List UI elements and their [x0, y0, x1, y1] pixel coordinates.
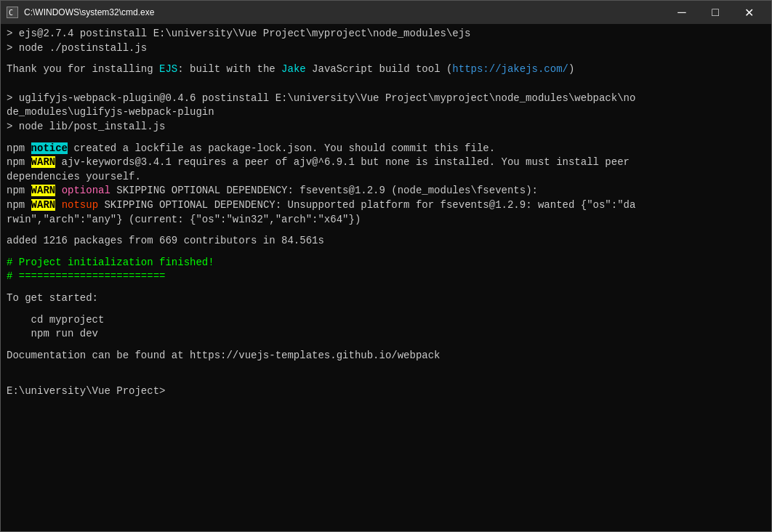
maximize-button[interactable]: □	[699, 1, 732, 24]
line-4: > uglifyjs-webpack-plugin@0.4.6 postinst…	[7, 92, 765, 106]
window-title: C:\WINDOWS\system32\cmd.exe	[24, 7, 154, 17]
line-15: # ========================	[7, 270, 765, 284]
line-10: npm WARN optional SKIPPING OPTIONAL DEPE…	[7, 184, 765, 198]
close-button[interactable]: ✕	[732, 1, 765, 24]
line-8: npm WARN ajv-keywords@3.4.1 requires a p…	[7, 156, 765, 170]
line-12: rwin","arch":"any"} (current: {"os":"win…	[7, 213, 765, 227]
line-13: added 1216 packages from 669 contributor…	[7, 234, 765, 249]
cmd-window: C C:\WINDOWS\system32\cmd.exe ─ □ ✕ > ej…	[0, 0, 772, 532]
line-11: npm WARN notsup SKIPPING OPTIONAL DEPEND…	[7, 198, 765, 213]
title-bar-left: C C:\WINDOWS\system32\cmd.exe	[7, 7, 154, 18]
line-7: npm notice created a lockfile as package…	[7, 142, 765, 156]
svg-text:C: C	[9, 9, 13, 17]
window-controls: ─ □ ✕	[665, 1, 765, 24]
line-3: Thank you for installing EJS: built with…	[7, 63, 765, 77]
line-9: dependencies yourself.	[7, 170, 765, 185]
line-5: de_modules\uglifyjs-webpack-plugin	[7, 105, 765, 120]
title-bar: C C:\WINDOWS\system32\cmd.exe ─ □ ✕	[1, 1, 771, 24]
line-19: Documentation can be found at https://vu…	[7, 349, 765, 363]
line-6: > node lib/post_install.js	[7, 120, 765, 134]
line-17: cd myproject	[7, 313, 765, 328]
line-14: # Project initialization finished!	[7, 256, 765, 270]
minimize-button[interactable]: ─	[665, 1, 699, 24]
cmd-icon: C	[7, 7, 18, 18]
line-18: npm run dev	[7, 327, 765, 342]
line-16: To get started:	[7, 291, 765, 306]
line-1: > ejs@2.7.4 postinstall E:\university\Vu…	[7, 27, 765, 41]
line-2: > node ./postinstall.js	[7, 41, 765, 56]
terminal-body[interactable]: > ejs@2.7.4 postinstall E:\university\Vu…	[1, 24, 771, 531]
line-20: E:\university\Vue Project>	[7, 384, 765, 399]
